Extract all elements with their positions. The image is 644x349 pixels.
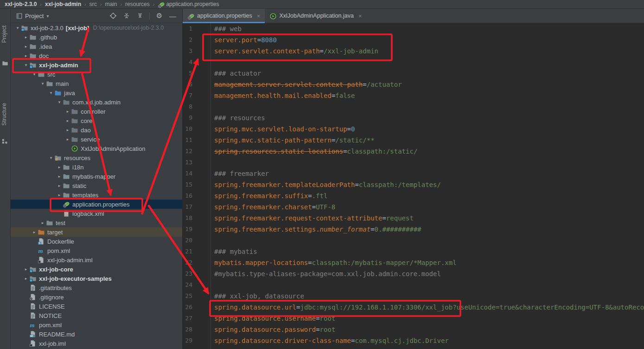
collapse-blocks-icon[interactable] [122,12,130,20]
folder-icon [29,33,37,41]
tab-XxlJobAdminApplication.java[interactable]: XxlJobAdminApplication.java× [265,9,366,23]
close-icon[interactable]: × [358,13,362,19]
tree-item-doc[interactable]: ▸doc [11,51,182,60]
text-file-icon [29,284,37,291]
package-icon [63,98,70,106]
chevron-collapsed-icon[interactable]: ▸ [23,53,29,58]
tree-item-.gitattributes[interactable]: .gitattributes [11,283,182,292]
tree-item-logback.xml[interactable]: logback.xml [11,209,182,218]
tree-item-label: application.properties [72,201,130,208]
tree-item-label: service [81,136,100,143]
tree-item-i18n[interactable]: ▸i18n [11,162,182,172]
chevron-collapsed-icon[interactable]: ▸ [64,118,71,123]
tree-item-dao[interactable]: ▸dao [11,125,182,135]
breadcrumb-item[interactable]: xxl-job-2.3.0 [5,1,37,7]
tree-item-pom.xml[interactable]: mpom.xml [11,246,182,255]
chevron-expanded-icon[interactable]: ▾ [48,155,54,160]
code-line: ### freemarker [211,168,644,179]
tree-item-templates[interactable]: ▸templates [11,190,182,200]
tree-item-test[interactable]: ▸test [11,218,182,227]
tree-item-target[interactable]: ▸target [11,227,182,237]
tree-item-Dockerfile[interactable]: DDockerfile [11,237,182,246]
tree-item-mybatis-mapper[interactable]: ▸mybatis-mapper [11,172,182,181]
chevron-expanded-icon[interactable]: ▾ [39,81,46,86]
chevron-collapsed-icon[interactable]: ▸ [64,128,71,132]
code-line: spring.mvc.static-path-pattern=/static/*… [211,135,644,146]
code-line: spring.datasource.password=root [211,324,644,335]
code-line: management.health.mail.enabled=false [211,90,644,101]
chevron-collapsed-icon[interactable]: ▸ [23,35,29,39]
breadcrumb-item[interactable]: resources [125,1,150,7]
spring-properties-icon [187,13,194,19]
tree-item-resources[interactable]: ▾resources [11,153,182,162]
folder-icon [63,163,70,171]
tree-item-pom.xml[interactable]: mpom.xml [11,320,182,330]
project-view-selector[interactable]: Project ▾ [11,13,49,19]
svg-text:m: m [30,322,35,329]
tree-item-xxl-job-admin.iml[interactable]: xxl-job-admin.iml [11,255,182,265]
chevron-collapsed-icon[interactable]: ▸ [56,183,63,188]
breadcrumb-item[interactable]: xxl-job-admin [45,1,81,7]
docker-file-icon: D [38,238,45,245]
chevron-collapsed-icon[interactable]: ▸ [23,44,29,49]
chevron-collapsed-icon[interactable]: ▸ [56,193,63,197]
breadcrumb-file[interactable]: application.properties [158,1,219,7]
chevron-expanded-icon[interactable]: ▾ [31,72,38,77]
locate-icon[interactable] [109,12,117,20]
tree-item-core[interactable]: ▸core [11,116,182,125]
chevron-collapsed-icon[interactable]: ▸ [31,230,38,234]
tree-item-label: xxl-job-core [39,266,73,273]
tree-item-.github[interactable]: ▸.github [11,32,182,42]
line-number: 19 [183,224,192,235]
tree-item-service[interactable]: ▸service [11,135,182,144]
chevron-collapsed-icon[interactable]: ▸ [56,174,63,179]
tree-item-com.xxl.job.admin[interactable]: ▾com.xxl.job.admin [11,97,182,107]
tree-item-xxl-job-2.3.0[interactable]: ▾xxl-job-2.3.0[xxl-job]D:\opensource\xxl… [11,23,182,32]
chevron-collapsed-icon[interactable]: ▸ [64,137,71,142]
project-panel-toolbar: Project ▾ ⚙— [11,9,182,23]
breadcrumb-item[interactable]: main [105,1,117,7]
toolwindow-button-structure[interactable]: Structure [1,103,7,126]
line-number: 22 [183,257,192,268]
chevron-collapsed-icon[interactable]: ▸ [64,109,71,114]
close-icon[interactable]: × [257,13,261,19]
tree-item-label: xxl-job-executor-samples [39,275,112,282]
collapse-all-icon[interactable] [136,12,144,20]
tree-item-.idea[interactable]: ▸.idea [11,42,182,51]
chevron-expanded-icon[interactable]: ▾ [56,100,63,104]
tab-application.properties[interactable]: application.properties× [183,9,265,23]
breadcrumb-item[interactable]: src [89,1,97,7]
tree-item-label: dao [81,127,91,134]
tree-item-controller[interactable]: ▸controller [11,107,182,116]
editor[interactable]: 1234567891011121314151617181920212223242… [183,23,644,349]
chevron-collapsed-icon[interactable]: ▸ [23,267,29,271]
toolwindow-button-project[interactable]: Project [1,26,7,43]
tree-item-xxl-job-admin[interactable]: ▾xxl-job-admin [11,60,182,70]
chevron-expanded-icon[interactable]: ▾ [23,63,29,67]
package-icon [71,126,78,134]
tree-item-xxl-job.iml[interactable]: xxl-job.iml [11,339,182,348]
code-line: spring.freemarker.request-context-attrib… [211,213,644,224]
tree-item-XxlJobAdminApplication[interactable]: XxlJobAdminApplication [11,144,182,153]
svg-text:D: D [39,242,41,245]
chevron-expanded-icon[interactable]: ▾ [14,26,21,30]
tree-item-.gitignore[interactable]: .gitignore [11,292,182,302]
tree-item-NOTICE[interactable]: NOTICE [11,311,182,320]
chevron-expanded-icon[interactable]: ▾ [48,90,54,95]
tree-item-src[interactable]: ▾src [11,70,182,79]
tree-item-README.md[interactable]: MDREADME.md [11,330,182,339]
settings-gear-icon[interactable]: ⚙ [155,12,163,20]
tree-item-main[interactable]: ▾main [11,79,182,88]
tree-item-application.properties[interactable]: application.properties [11,200,182,209]
tree-item-xxl-job-executor-samples[interactable]: ▸xxl-job-executor-samples [11,274,182,283]
chevron-collapsed-icon[interactable]: ▸ [23,276,29,281]
tree-item-xxl-job-core[interactable]: ▸xxl-job-core [11,265,182,274]
tree-item-java[interactable]: ▾java [11,88,182,97]
chevron-collapsed-icon[interactable]: ▸ [56,165,63,169]
chevron-collapsed-icon[interactable]: ▸ [39,220,46,225]
folder-icon [63,173,70,180]
tree-item-label: README.md [39,331,75,338]
tree-item-static[interactable]: ▸static [11,181,182,190]
hide-icon[interactable]: — [169,12,177,20]
tree-item-LICENSE[interactable]: LICENSE [11,302,182,311]
